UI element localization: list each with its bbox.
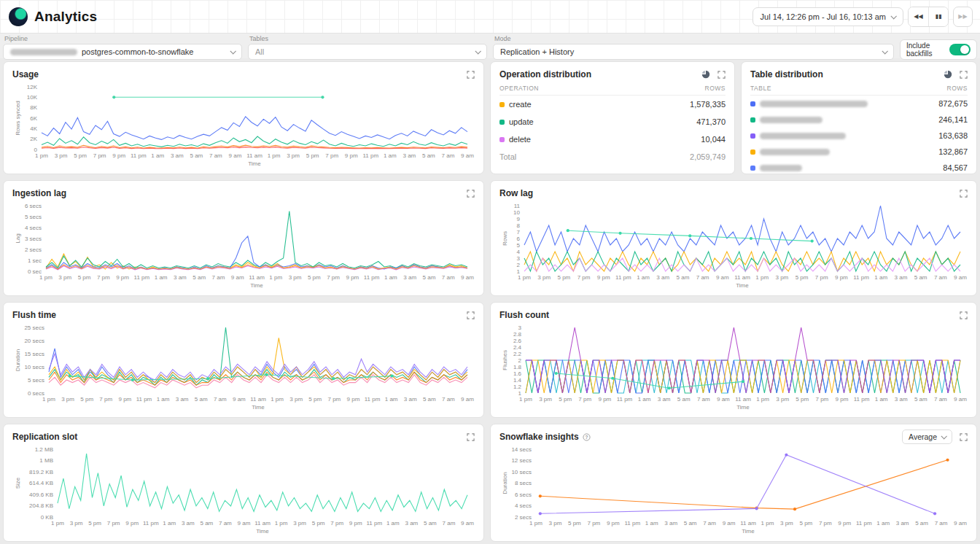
table-row: create1,578,335 — [499, 96, 726, 113]
expand-icon[interactable] — [467, 311, 475, 319]
svg-text:9 pm: 9 pm — [346, 274, 359, 281]
svg-text:9 am: 9 am — [238, 520, 251, 526]
svg-text:3 pm: 3 pm — [775, 274, 788, 281]
table-row: 872,675 — [750, 96, 968, 112]
svg-text:7 am: 7 am — [703, 520, 716, 526]
svg-text:Duration: Duration — [502, 472, 508, 494]
svg-text:1 am: 1 am — [163, 520, 176, 526]
column-header-operation: OPERATION — [499, 85, 539, 92]
card-title: Replication slot — [12, 432, 77, 442]
svg-text:9 am: 9 am — [954, 520, 967, 526]
svg-text:7: 7 — [517, 229, 521, 236]
svg-text:5 am: 5 am — [423, 396, 436, 403]
svg-text:1 pm: 1 pm — [275, 520, 288, 526]
replication-slot-chart: 0 KB204.8 KB409.6 KB614.4 KB819.2 KB1 MB… — [12, 445, 475, 536]
svg-text:3: 3 — [518, 325, 522, 331]
include-backfills-toggle[interactable] — [949, 44, 971, 55]
svg-text:3 am: 3 am — [896, 520, 909, 526]
svg-text:1.8: 1.8 — [513, 364, 522, 370]
svg-text:5 pm: 5 pm — [80, 396, 93, 403]
svg-text:7 am: 7 am — [443, 520, 456, 526]
pipeline-value: postgres-common-to-snowflake — [82, 47, 226, 56]
date-range-picker[interactable]: Jul 14, 12:26 pm - Jul 16, 10:13 am — [752, 7, 903, 26]
svg-text:1 MB: 1 MB — [39, 457, 53, 464]
mode-select[interactable]: Replication + History — [493, 44, 894, 60]
expand-icon[interactable] — [960, 71, 968, 79]
svg-text:5 pm: 5 pm — [306, 152, 319, 159]
expand-icon[interactable] — [467, 190, 475, 198]
pipeline-select[interactable]: postgres-common-to-snowflake — [3, 44, 242, 60]
svg-text:4 secs: 4 secs — [25, 225, 42, 231]
chevron-down-icon — [475, 48, 481, 54]
rewind-button[interactable]: ◀◀ — [909, 7, 928, 26]
svg-text:9 am: 9 am — [229, 152, 242, 159]
svg-text:9 pm: 9 pm — [836, 396, 849, 403]
svg-text:3 am: 3 am — [176, 396, 189, 403]
expand-icon[interactable] — [960, 190, 968, 198]
svg-text:Time: Time — [742, 528, 755, 535]
svg-text:9 am: 9 am — [231, 274, 244, 281]
svg-text:Lag: Lag — [15, 233, 21, 243]
svg-text:2 secs: 2 secs — [25, 246, 42, 253]
svg-text:3 pm: 3 pm — [537, 274, 551, 281]
card-title: Ingestion lag — [12, 188, 66, 198]
fast-forward-button[interactable]: ▶▶ — [953, 7, 973, 27]
expand-icon[interactable] — [718, 71, 726, 79]
info-icon[interactable]: ? — [583, 433, 591, 441]
svg-text:2: 2 — [517, 262, 521, 268]
card-flush-count: Flush count 11.21.41.61.822.22.42.62.831… — [490, 302, 977, 418]
svg-text:409.6 KB: 409.6 KB — [29, 491, 53, 498]
svg-text:2: 2 — [518, 357, 522, 364]
svg-text:3 pm: 3 pm — [70, 520, 83, 526]
svg-text:11 pm: 11 pm — [624, 520, 640, 526]
svg-text:5 am: 5 am — [677, 274, 690, 281]
svg-text:7 am: 7 am — [442, 152, 455, 159]
svg-text:1 pm: 1 pm — [755, 274, 769, 281]
svg-text:7 am: 7 am — [442, 274, 455, 281]
svg-text:6: 6 — [517, 236, 521, 242]
toggle-knob — [960, 45, 969, 54]
svg-text:11 pm: 11 pm — [365, 396, 381, 403]
expand-icon[interactable] — [960, 433, 968, 441]
redacted-table-name — [760, 165, 802, 171]
svg-text:5 pm: 5 pm — [796, 396, 809, 403]
row-count: 84,567 — [943, 163, 968, 172]
svg-text:3 pm: 3 pm — [539, 396, 552, 403]
expand-icon[interactable] — [467, 71, 475, 79]
svg-text:7 am: 7 am — [442, 396, 455, 403]
svg-text:5: 5 — [517, 242, 521, 249]
svg-text:7 pm: 7 pm — [325, 152, 338, 159]
svg-text:25 secs: 25 secs — [24, 325, 44, 331]
operation-table-body: create1,578,335update471,370delete10,044 — [499, 96, 726, 148]
card-title: Table distribution — [750, 69, 823, 79]
aggregate-select[interactable]: Average — [902, 430, 952, 444]
svg-text:1 am: 1 am — [637, 274, 650, 281]
legend-swatch — [750, 117, 755, 123]
svg-text:8K: 8K — [30, 104, 37, 111]
pie-chart-toggle-icon[interactable] — [701, 70, 710, 79]
svg-text:Time: Time — [248, 160, 261, 167]
svg-text:9 pm: 9 pm — [607, 520, 620, 526]
svg-text:5 am: 5 am — [684, 520, 697, 526]
tables-select[interactable]: All — [248, 44, 487, 60]
svg-text:5 secs: 5 secs — [28, 377, 44, 384]
svg-text:9 am: 9 am — [461, 396, 474, 403]
pause-button[interactable]: ▮▮ — [928, 7, 948, 26]
svg-text:4K: 4K — [30, 125, 37, 132]
svg-text:5 pm: 5 pm — [78, 274, 91, 281]
svg-text:7 pm: 7 pm — [327, 396, 341, 403]
svg-text:1 am: 1 am — [157, 396, 170, 403]
mode-value: Replication + History — [500, 47, 878, 56]
card-flush-time: Flush time 0 secs5 secs10 secs15 secs20 … — [3, 302, 484, 418]
svg-text:9 am: 9 am — [954, 396, 967, 403]
svg-text:3 am: 3 am — [402, 152, 416, 159]
svg-text:5 am: 5 am — [915, 520, 928, 526]
svg-text:9 pm: 9 pm — [345, 152, 358, 159]
expand-icon[interactable] — [960, 311, 968, 319]
card-title: Flush time — [12, 310, 56, 320]
svg-text:10 secs: 10 secs — [511, 469, 532, 475]
svg-text:1 pm: 1 pm — [519, 396, 532, 403]
pie-chart-toggle-icon[interactable] — [944, 70, 952, 79]
expand-icon[interactable] — [467, 433, 475, 441]
row-count: 872,675 — [938, 99, 968, 108]
